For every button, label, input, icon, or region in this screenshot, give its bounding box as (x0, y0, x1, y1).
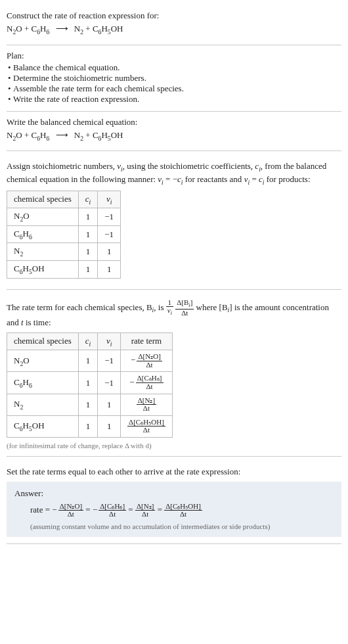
prompt-section: Construct the rate of reaction expressio… (7, 5, 341, 45)
bullet-icon: • (8, 73, 13, 83)
plan-section: Plan: •Balance the chemical equation. •D… (7, 45, 341, 112)
table-row: C6H6 1 −1 −Δ[C₆H₆]Δt (7, 372, 173, 394)
col-nui: νi (98, 333, 121, 350)
bullet-icon: • (8, 62, 13, 73)
table-row: C6H6 1 −1 (7, 225, 121, 243)
reaction-arrow-icon: ⟶ (56, 24, 68, 34)
rateterm-section: The rate term for each chemical species,… (7, 290, 341, 457)
plan-item: •Assemble the rate term for each chemica… (8, 83, 341, 94)
table-row: N2O 1 −1 −Δ[N₂O]Δt (7, 350, 173, 372)
frac-1-over-nu: 1νi (166, 299, 173, 317)
table-row: N2O 1 −1 (7, 208, 121, 226)
eq-n2o: N2O (7, 24, 22, 34)
balanced-section: Write the balanced chemical equation: N2… (7, 112, 341, 152)
assign-text: Assign stoichiometric numbers, νi, using… (7, 160, 341, 187)
rateterm-text: The rate term for each chemical species,… (7, 299, 341, 329)
eq-n2: N2 (74, 24, 83, 34)
eq-c6h5oh: C6H5OH (93, 24, 123, 34)
bullet-icon: • (8, 94, 13, 104)
eq-c6h6: C6H6 (32, 24, 50, 34)
answer-box: Answer: rate = −Δ[N₂O]Δt = −Δ[C₆H₆]Δt = … (7, 482, 341, 537)
stoich-table: chemical species ci νi N2O 1 −1 C6H6 1 −… (7, 191, 121, 279)
table-header-row: chemical species ci νi rate term (7, 333, 173, 350)
balanced-equation: N2O + C6H6 ⟶ N2 + C6H5OH (7, 130, 341, 142)
reaction-arrow-icon: ⟶ (56, 130, 68, 141)
col-species: chemical species (7, 333, 79, 350)
rate-term-table: chemical species ci νi rate term N2O 1 −… (7, 333, 173, 438)
table-row: N2 1 1 Δ[N₂]Δt (7, 394, 173, 415)
col-ci: ci (78, 191, 98, 208)
table-row: C6H5OH 1 1 Δ[C₆H₅OH]Δt (7, 415, 173, 437)
plan-item: •Balance the chemical equation. (8, 62, 341, 73)
col-rate-term: rate term (121, 333, 173, 350)
unbalanced-equation: N2O + C6H6 ⟶ N2 + C6H5OH (7, 24, 341, 35)
col-nui: νi (98, 191, 121, 208)
frac-dbi-dt: Δ[Bi]Δt (175, 299, 194, 317)
prompt-text: Construct the rate of reaction expressio… (7, 11, 341, 21)
plan-heading: Plan: (7, 51, 341, 61)
table-row: N2 1 1 (7, 243, 121, 261)
balanced-heading: Write the balanced chemical equation: (7, 117, 341, 127)
col-species: chemical species (7, 191, 79, 208)
rate-expression: rate = −Δ[N₂O]Δt = −Δ[C₆H₆]Δt = Δ[N₂]Δt … (30, 503, 334, 518)
table-header-row: chemical species ci νi (7, 191, 121, 208)
table-row: C6H5OH 1 1 (7, 261, 121, 279)
assign-section: Assign stoichiometric numbers, νi, using… (7, 151, 341, 289)
infinitesimal-footnote: (for infinitesimal rate of change, repla… (7, 442, 341, 449)
final-heading: Set the rate terms equal to each other t… (7, 466, 341, 478)
answer-assumption: (assuming constant volume and no accumul… (30, 522, 334, 530)
col-ci: ci (78, 333, 98, 350)
plan-item: •Determine the stoichiometric numbers. (8, 73, 341, 83)
plan-item: •Write the rate of reaction expression. (8, 94, 341, 104)
answer-heading: Answer: (14, 488, 334, 499)
final-section: Set the rate terms equal to each other t… (7, 457, 341, 544)
bullet-icon: • (8, 83, 13, 94)
